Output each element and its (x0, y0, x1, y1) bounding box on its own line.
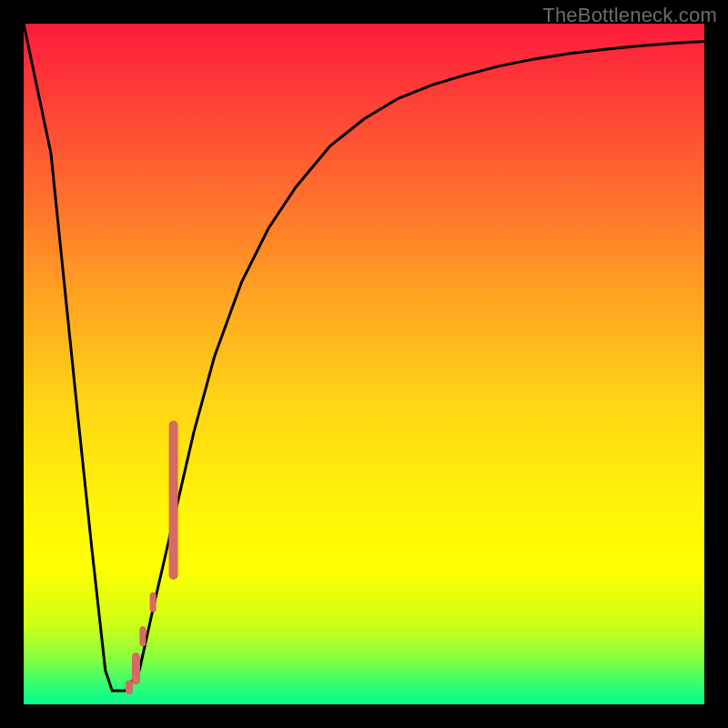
chart-svg (24, 24, 704, 704)
bottleneck-curve (24, 24, 704, 691)
chart-markers (129, 425, 174, 691)
chart-frame: TheBottleneck.com (0, 0, 728, 728)
curve-line (24, 24, 704, 691)
attribution-label: TheBottleneck.com (542, 4, 717, 27)
plot-area (24, 24, 704, 704)
